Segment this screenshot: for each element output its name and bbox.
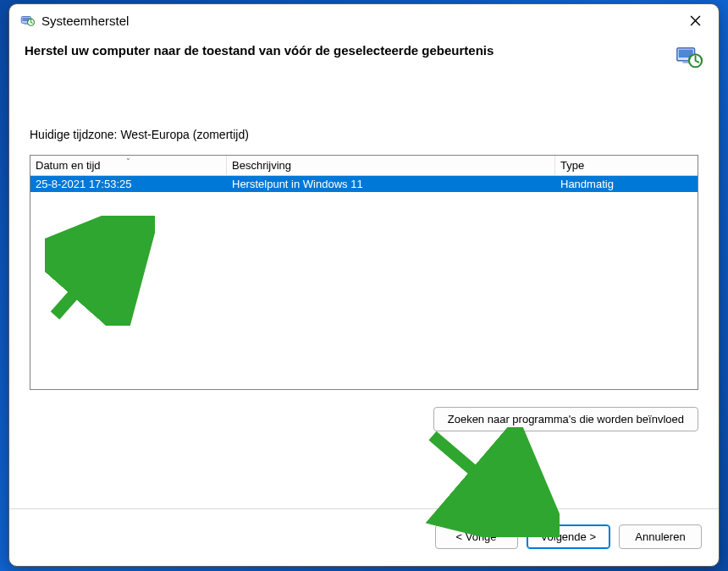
restore-points-table[interactable]: Datum en tijd ⌄ Beschrijving Type 25-8-2…: [30, 155, 698, 390]
column-header-description-label: Beschrijving: [232, 159, 291, 172]
back-button[interactable]: < Vorige: [435, 524, 518, 549]
column-header-type[interactable]: Type: [555, 156, 698, 175]
cell-type: Handmatig: [555, 176, 698, 192]
table-header: Datum en tijd ⌄ Beschrijving Type: [30, 156, 698, 176]
column-header-description[interactable]: Beschrijving: [227, 156, 555, 175]
svg-rect-6: [682, 61, 689, 63]
wizard-footer: < Vorige Volgende > Annuleren: [9, 508, 719, 566]
close-icon: [690, 15, 701, 26]
sort-indicator-desc-icon: ⌄: [125, 154, 131, 162]
column-header-date-label: Datum en tijd: [36, 159, 101, 172]
heading-row: Herstel uw computer naar de toestand van…: [9, 36, 719, 77]
system-restore-icon: [19, 13, 35, 28]
timezone-label: Huidige tijdzone: West-Europa (zomertijd…: [30, 128, 698, 141]
page-heading: Herstel uw computer naar de toestand van…: [25, 43, 668, 58]
column-header-date[interactable]: Datum en tijd ⌄: [30, 156, 227, 175]
cancel-button[interactable]: Annuleren: [619, 524, 702, 549]
cell-date: 25-8-2021 17:53:25: [30, 176, 227, 192]
dialog-body: Huidige tijdzone: West-Europa (zomertijd…: [9, 77, 719, 508]
cell-description: Herstelpunt in Windows 11: [227, 176, 555, 192]
column-header-type-label: Type: [560, 159, 584, 172]
scan-button-row: Zoeken naar programma's die worden beïnv…: [30, 407, 698, 431]
system-restore-window: Systeemherstel Herstel uw computer naar …: [8, 3, 720, 567]
scan-affected-button[interactable]: Zoeken naar programma's die worden beïnv…: [433, 407, 698, 431]
window-title: Systeemherstel: [41, 14, 680, 28]
close-button[interactable]: [680, 8, 710, 32]
system-restore-clock-icon: [675, 43, 703, 72]
table-row[interactable]: 25-8-2021 17:53:25 Herstelpunt in Window…: [30, 176, 698, 192]
titlebar[interactable]: Systeemherstel: [9, 4, 719, 36]
next-button[interactable]: Volgende >: [527, 524, 610, 549]
